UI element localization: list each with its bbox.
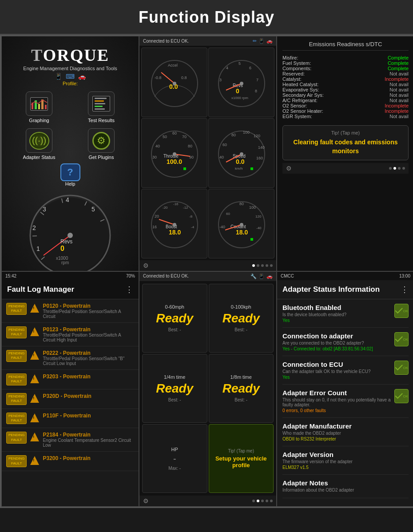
fault-info: P2184 - PowertrainEngine Coolant Tempera…: [43, 432, 134, 448]
adapter-menu-dots[interactable]: ⋮: [401, 285, 409, 294]
svg-text:50: 50: [163, 135, 167, 139]
perf-1-4m[interactable]: 1/4m time Ready Best: -: [142, 354, 207, 423]
fault-warning-icon: !: [30, 413, 39, 422]
get-plugins-icon-box: ⚙: [88, 128, 115, 153]
emissions-row-label: Secondary Air Sys:: [282, 92, 324, 98]
svg-text:120: 120: [254, 134, 260, 138]
emissions-row-label: Evaporative Sys:: [282, 87, 319, 92]
svg-point-81: [173, 223, 176, 226]
help-icon: ?: [60, 163, 80, 181]
perf-hp[interactable]: HP - Max: -: [142, 424, 207, 493]
perf-1-4m-best: Best: -: [168, 397, 181, 402]
emissions-row: Heated Catalyst:Not avail: [282, 82, 409, 87]
svg-text:40: 40: [155, 144, 160, 148]
svg-text:2: 2: [32, 224, 36, 231]
adapter-item-value: OBDII to RS232 Interpreter: [282, 437, 409, 441]
fault-desc: Throttle/Pedal Position Sensor/Switch A …: [43, 309, 134, 319]
emissions-gear-icon[interactable]: ⚙: [286, 165, 292, 172]
menu-item-test-results[interactable]: Test Results: [73, 91, 130, 123]
fault-warning-icon: !: [30, 351, 39, 360]
perf-tip[interactable]: Tip! (Tap me) Setup your vehicle profile: [209, 424, 274, 493]
menu-item-adapter-status[interactable]: ((·)) Adapter Status: [11, 128, 68, 160]
adapter-content: Bluetooth EnabledIs the device bluetooth…: [277, 299, 413, 506]
svg-text:3: 3: [43, 206, 46, 213]
gear-icon: ⚙: [92, 132, 110, 150]
panel-fault-log: 15:42 70% Fault Log Manager ⋮ PENDING FA…: [1, 271, 139, 507]
page-title: Function Display: [0, 8, 413, 27]
svg-point-93: [240, 223, 243, 226]
torque-platform-icons: 📱 ⌨ 🚗: [55, 73, 86, 80]
emissions-row-label: EGR System:: [282, 114, 312, 119]
fault-code: P3203 - Powertrain: [43, 373, 134, 380]
svg-text:0.8: 0.8: [181, 75, 187, 80]
tablet-icon: ⌨: [66, 73, 75, 80]
perf-hp-value: -: [173, 454, 176, 464]
emissions-row-label: Catalyst:: [282, 76, 302, 82]
settings-gear-icon[interactable]: ⚙: [143, 262, 149, 269]
adapter-status-item: Bluetooth EnabledIs the device bluetooth…: [282, 299, 409, 328]
svg-text:x1000 rpm: x1000 rpm: [231, 96, 248, 100]
fault-list-item[interactable]: PENDING FAULT!P110F - Powertrain: [2, 409, 139, 429]
perf-gear-icon[interactable]: ⚙: [143, 497, 149, 504]
svg-point-67: [240, 152, 243, 156]
svg-text:80: 80: [188, 144, 192, 148]
test-results-icon-box: [88, 91, 115, 116]
emissions-row-label: Misfire:: [282, 55, 298, 60]
fault-code: P0123 - Powertrain: [43, 326, 134, 333]
emissions-row: Catalyst:Incomplete: [282, 76, 409, 82]
svg-point-14: [68, 233, 73, 238]
perf-1-8m[interactable]: 1/8m time Ready Best: -: [209, 354, 274, 423]
emissions-row-label: A/C Refrigerant:: [282, 98, 318, 103]
fault-code: P110F - Powertrain: [43, 413, 134, 419]
fault-list-item[interactable]: PENDING FAULT!P320D - Powertrain: [2, 389, 139, 409]
emissions-row-value: Not avail: [389, 71, 409, 76]
perf-0-100kph-label: 0-100kph: [231, 304, 251, 310]
svg-text:18.0: 18.0: [236, 229, 248, 236]
perf-0-60mph-best: Best: -: [168, 327, 181, 332]
fault-warning-icon: !: [30, 374, 39, 383]
fault-list-item[interactable]: PENDING FAULT!P2184 - PowertrainEngine C…: [2, 428, 139, 452]
adapter-status-label: Adapter Status: [23, 155, 56, 160]
svg-text:100: 100: [249, 205, 256, 210]
svg-text:rpm: rpm: [61, 260, 69, 265]
speed-gauge-svg: 40 60 80 100 120 140 160 Speed 0.0 km/h: [213, 127, 270, 179]
emissions-row-value: Incomplete: [385, 108, 409, 114]
svg-text:4: 4: [226, 66, 228, 70]
tachometer-svg: 1 2 3 4 5 Revs 0 x1000 rpm: [26, 191, 115, 271]
fault-warning-icon: !: [30, 304, 39, 313]
emissions-row-value: Not avail: [389, 114, 409, 119]
svg-text:4: 4: [66, 196, 69, 203]
fault-badge: PENDING FAULT: [6, 350, 27, 362]
perf-0-60mph[interactable]: 0-60mph Ready Best: -: [142, 284, 207, 353]
faultlog-statusbar: 15:42 70%: [2, 272, 139, 280]
fault-list-item[interactable]: PENDING FAULT!P3203 - Powertrain: [2, 370, 139, 389]
fault-info: P0222 - PowertrainThrottle/Pedal Positio…: [43, 350, 134, 366]
dot-1: [252, 264, 255, 267]
menu-item-graphing[interactable]: Graphing: [11, 91, 68, 123]
panel-performance: Connected to ECU OK. 🔧 📱 🚗 0-60mph Ready…: [139, 271, 277, 507]
svg-text:-4: -4: [191, 225, 195, 229]
perf-hp-max: Max: -: [168, 466, 181, 471]
emissions-tip-box[interactable]: Tip! (Tap me) Clearing fault codes and e…: [282, 125, 409, 160]
svg-point-52: [173, 152, 176, 156]
graph-line-svg: [30, 98, 48, 107]
emissions-row: Components:Complete: [282, 66, 409, 71]
faultlog-menu-dots[interactable]: ⋮: [125, 285, 133, 294]
fault-list-item[interactable]: PENDING FAULT!P0222 - PowertrainThrottle…: [2, 346, 139, 370]
panel-gauges: Connected to ECU OK. ✏ 📱 🚗 -0.8 Accel 0.…: [139, 36, 277, 271]
fault-list-item[interactable]: PENDING FAULT!P3200 - Powertrain: [2, 452, 139, 471]
e-dot-3: [398, 167, 401, 170]
fault-list-item[interactable]: PENDING FAULT!P0123 - PowertrainThrottle…: [2, 323, 139, 346]
emissions-row: Fuel System:Complete: [282, 60, 409, 66]
emissions-row: EGR System:Not avail: [282, 114, 409, 119]
fault-list-item[interactable]: PENDING FAULT!P0120 - PowertrainThrottle…: [2, 299, 139, 323]
emissions-row: Secondary Air Sys:Not avail: [282, 92, 409, 98]
menu-item-get-plugins[interactable]: ⚙ Get Plugins: [73, 128, 130, 160]
coolant-gauge-svg: -40 60 80 100 120 -40 Coolant 18.0: [213, 198, 270, 249]
menu-item-help[interactable]: ? Help: [60, 163, 80, 187]
emissions-footer: ⚙: [282, 163, 409, 174]
adapter-check-icon: OK: [394, 389, 409, 403]
svg-text:60: 60: [226, 212, 230, 216]
perf-0-100kph[interactable]: 0-100kph Ready Best: -: [209, 284, 274, 353]
adapter-check-icon: OK: [394, 361, 409, 375]
